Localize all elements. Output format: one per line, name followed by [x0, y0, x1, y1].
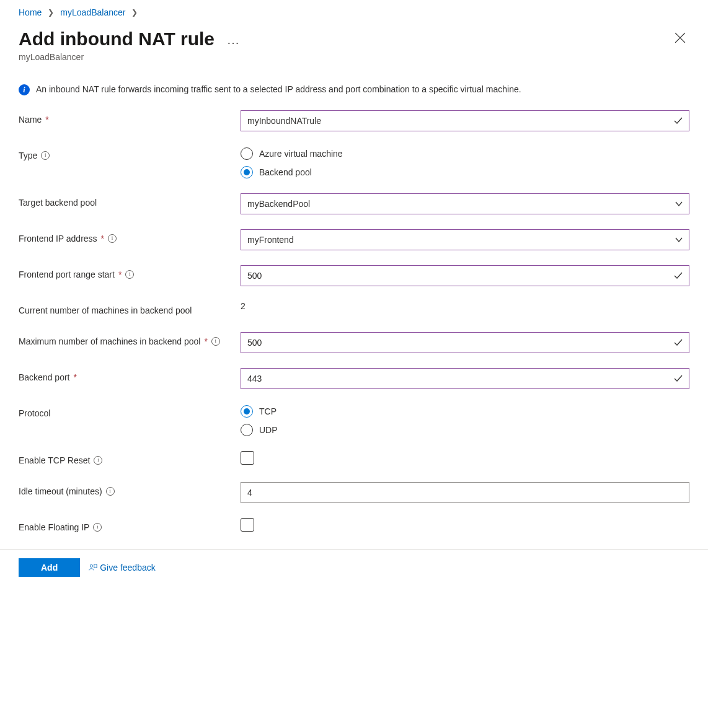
- radio-icon: [241, 147, 253, 160]
- info-text: An inbound NAT rule forwards incoming tr…: [36, 83, 521, 97]
- page-subtitle: myLoadBalancer: [19, 52, 239, 62]
- chevron-right-icon: ❯: [48, 8, 54, 17]
- frontend-port-start-input[interactable]: [241, 265, 689, 286]
- label-backend-port: Backend port*: [19, 368, 241, 384]
- type-radio-vm-label: Azure virtual machine: [259, 149, 343, 159]
- protocol-radio-udp[interactable]: UDP: [241, 424, 689, 436]
- close-icon: [675, 32, 686, 43]
- protocol-radio-udp-label: UDP: [259, 425, 278, 435]
- protocol-radio-tcp[interactable]: TCP: [241, 405, 689, 418]
- idle-timeout-input[interactable]: [241, 482, 689, 503]
- label-protocol: Protocol: [19, 404, 241, 420]
- footer: Add Give feedback: [0, 549, 708, 595]
- feedback-icon: [89, 563, 97, 572]
- name-input[interactable]: [241, 110, 689, 131]
- radio-icon: [241, 166, 253, 178]
- info-banner: i An inbound NAT rule forwards incoming …: [19, 83, 689, 97]
- breadcrumb-home[interactable]: Home: [19, 7, 42, 17]
- frontend-ip-select[interactable]: [241, 229, 689, 250]
- label-frontend-ip: Frontend IP address* i: [19, 229, 241, 245]
- help-icon[interactable]: i: [125, 270, 134, 279]
- radio-icon: [241, 405, 253, 418]
- label-tcp-reset: Enable TCP Reset i: [19, 451, 241, 467]
- svg-point-0: [90, 564, 92, 567]
- give-feedback-link[interactable]: Give feedback: [89, 563, 156, 572]
- label-type: Type i: [19, 146, 241, 162]
- breadcrumb-resource[interactable]: myLoadBalancer: [60, 7, 125, 17]
- chevron-right-icon: ❯: [131, 8, 138, 17]
- label-frontend-port-start: Frontend port range start* i: [19, 265, 241, 281]
- help-icon[interactable]: i: [108, 234, 117, 243]
- type-radio-pool[interactable]: Backend pool: [241, 166, 689, 178]
- max-machines-input[interactable]: [241, 332, 689, 353]
- label-target-backend-pool: Target backend pool: [19, 193, 241, 209]
- backend-port-input[interactable]: [241, 368, 689, 389]
- type-radio-group: Azure virtual machine Backend pool: [241, 146, 689, 178]
- type-radio-vm[interactable]: Azure virtual machine: [241, 147, 689, 160]
- breadcrumb: Home ❯ myLoadBalancer ❯: [19, 7, 689, 17]
- help-icon[interactable]: i: [94, 456, 102, 465]
- add-button[interactable]: Add: [19, 558, 80, 577]
- help-icon[interactable]: i: [211, 337, 220, 346]
- help-icon[interactable]: i: [106, 487, 115, 496]
- target-backend-pool-select[interactable]: [241, 193, 689, 214]
- tcp-reset-checkbox[interactable]: [241, 451, 254, 465]
- label-floating-ip: Enable Floating IP i: [19, 518, 241, 534]
- help-icon[interactable]: i: [93, 523, 102, 532]
- label-max-machines: Maximum number of machines in backend po…: [19, 332, 241, 348]
- current-machines-value: 2: [241, 301, 689, 311]
- help-icon[interactable]: i: [41, 151, 50, 160]
- page-title: Add inbound NAT rule: [19, 29, 215, 50]
- give-feedback-label: Give feedback: [100, 563, 156, 572]
- label-name: Name*: [19, 110, 241, 126]
- close-button[interactable]: [671, 29, 689, 49]
- protocol-radio-group: TCP UDP: [241, 404, 689, 436]
- more-actions-icon[interactable]: ⋯: [227, 29, 239, 49]
- floating-ip-checkbox[interactable]: [241, 518, 254, 532]
- info-icon: i: [19, 84, 30, 95]
- label-idle-timeout: Idle timeout (minutes) i: [19, 482, 241, 498]
- radio-icon: [241, 424, 253, 436]
- type-radio-pool-label: Backend pool: [259, 167, 312, 177]
- label-current-machines: Current number of machines in backend po…: [19, 301, 241, 317]
- protocol-radio-tcp-label: TCP: [259, 406, 277, 416]
